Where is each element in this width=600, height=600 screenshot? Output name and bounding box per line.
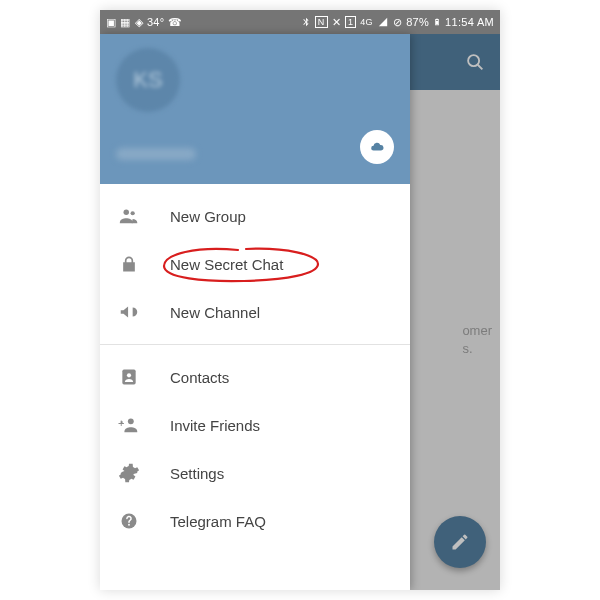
clock-text: 11:54 AM xyxy=(445,16,494,28)
menu-item-telegram-faq[interactable]: Telegram FAQ xyxy=(100,497,410,545)
add-person-icon: + xyxy=(118,414,140,436)
menu-item-settings[interactable]: Settings xyxy=(100,449,410,497)
status-right: N ✕ 1 4G ⊘ 87% 11:54 AM xyxy=(301,16,494,29)
nfc-icon: N xyxy=(315,16,328,28)
megaphone-icon xyxy=(118,301,140,323)
user-name-blurred xyxy=(116,148,196,160)
lock-icon xyxy=(118,254,140,274)
svg-point-6 xyxy=(127,373,131,377)
network-label: 4G xyxy=(360,17,373,27)
menu-label: Settings xyxy=(170,465,224,482)
menu-item-new-secret-chat[interactable]: New Secret Chat xyxy=(100,240,410,288)
menu-separator xyxy=(100,344,410,345)
group-icon xyxy=(118,205,140,227)
help-icon xyxy=(118,511,140,531)
svg-rect-0 xyxy=(436,21,439,25)
battery-icon xyxy=(433,16,441,28)
device-frame: ▣ ▦ ◈ 34° ☎ N ✕ 1 4G ⊘ 87% 11:54 AM xyxy=(100,10,500,590)
svg-point-4 xyxy=(131,211,135,215)
signal-icon xyxy=(377,17,389,27)
app-notif-icon: ▣ xyxy=(106,16,116,29)
menu-label: Telegram FAQ xyxy=(170,513,266,530)
menu-item-new-channel[interactable]: New Channel xyxy=(100,288,410,336)
image-notif-icon: ▦ xyxy=(120,16,130,29)
svg-point-7 xyxy=(128,418,134,424)
svg-point-3 xyxy=(124,210,130,216)
saved-messages-button[interactable] xyxy=(360,130,394,164)
shield-icon: ◈ xyxy=(135,16,143,29)
bluetooth-icon xyxy=(301,16,311,28)
navigation-drawer: KS New Group New Secret Chat xyxy=(100,34,410,590)
drawer-menu: New Group New Secret Chat New Channel xyxy=(100,184,410,590)
drawer-header: KS xyxy=(100,34,410,184)
menu-label: New Channel xyxy=(170,304,260,321)
gear-icon xyxy=(118,462,140,484)
menu-label: New Group xyxy=(170,208,246,225)
cloud-icon xyxy=(367,140,387,154)
phone-icon: ☎ xyxy=(168,16,182,29)
contact-icon xyxy=(118,367,140,387)
data-badge: 1 xyxy=(345,16,356,28)
battery-text: 87% xyxy=(406,16,429,28)
menu-label: New Secret Chat xyxy=(170,256,283,273)
menu-item-new-group[interactable]: New Group xyxy=(100,192,410,240)
status-left: ▣ ▦ ◈ 34° ☎ xyxy=(106,16,183,29)
menu-item-invite-friends[interactable]: + Invite Friends xyxy=(100,401,410,449)
menu-label: Contacts xyxy=(170,369,229,386)
svg-point-10 xyxy=(128,524,130,526)
avatar[interactable]: KS xyxy=(116,48,180,112)
avatar-initials: KS xyxy=(133,67,162,93)
temperature-text: 34° xyxy=(147,16,165,28)
menu-item-contacts[interactable]: Contacts xyxy=(100,353,410,401)
menu-label: Invite Friends xyxy=(170,417,260,434)
location-off-icon: ⊘ xyxy=(393,16,402,29)
status-bar: ▣ ▦ ◈ 34° ☎ N ✕ 1 4G ⊘ 87% 11:54 AM xyxy=(100,10,500,34)
svg-text:+: + xyxy=(118,417,124,429)
vibrate-icon: ✕ xyxy=(332,16,341,29)
